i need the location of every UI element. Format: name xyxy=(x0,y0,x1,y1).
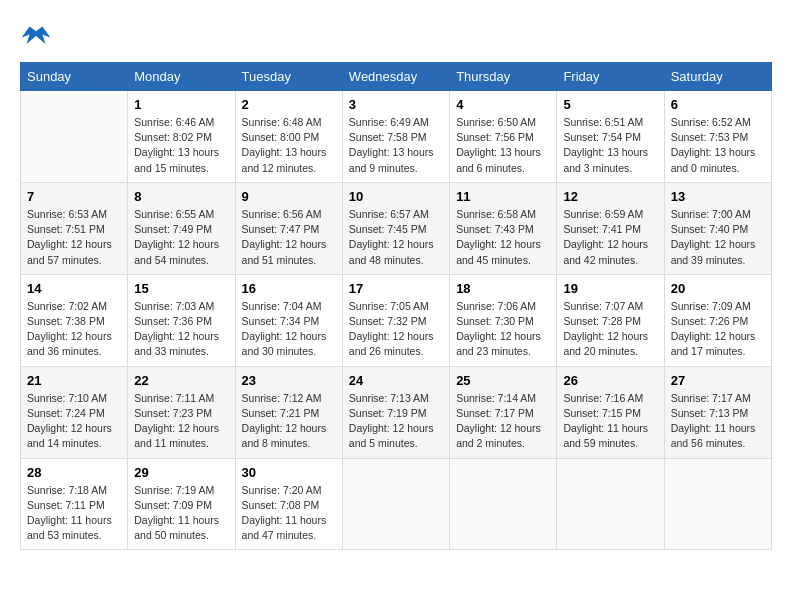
day-number: 22 xyxy=(134,373,228,388)
page-header xyxy=(20,20,772,52)
day-number: 25 xyxy=(456,373,550,388)
day-info: Sunrise: 7:07 AMSunset: 7:28 PMDaylight:… xyxy=(563,299,657,360)
calendar-day-cell: 2Sunrise: 6:48 AMSunset: 8:00 PMDaylight… xyxy=(235,91,342,183)
day-number: 3 xyxy=(349,97,443,112)
day-number: 2 xyxy=(242,97,336,112)
calendar-table: SundayMondayTuesdayWednesdayThursdayFrid… xyxy=(20,62,772,550)
day-number: 17 xyxy=(349,281,443,296)
calendar-day-cell: 13Sunrise: 7:00 AMSunset: 7:40 PMDayligh… xyxy=(664,182,771,274)
calendar-day-cell: 22Sunrise: 7:11 AMSunset: 7:23 PMDayligh… xyxy=(128,366,235,458)
calendar-week-row: 21Sunrise: 7:10 AMSunset: 7:24 PMDayligh… xyxy=(21,366,772,458)
day-info: Sunrise: 6:46 AMSunset: 8:02 PMDaylight:… xyxy=(134,115,228,176)
day-info: Sunrise: 7:18 AMSunset: 7:11 PMDaylight:… xyxy=(27,483,121,544)
day-info: Sunrise: 7:03 AMSunset: 7:36 PMDaylight:… xyxy=(134,299,228,360)
day-info: Sunrise: 7:17 AMSunset: 7:13 PMDaylight:… xyxy=(671,391,765,452)
calendar-day-cell: 17Sunrise: 7:05 AMSunset: 7:32 PMDayligh… xyxy=(342,274,449,366)
calendar-day-cell xyxy=(21,91,128,183)
calendar-week-row: 1Sunrise: 6:46 AMSunset: 8:02 PMDaylight… xyxy=(21,91,772,183)
calendar-day-cell: 6Sunrise: 6:52 AMSunset: 7:53 PMDaylight… xyxy=(664,91,771,183)
day-number: 21 xyxy=(27,373,121,388)
day-info: Sunrise: 6:57 AMSunset: 7:45 PMDaylight:… xyxy=(349,207,443,268)
calendar-day-cell: 4Sunrise: 6:50 AMSunset: 7:56 PMDaylight… xyxy=(450,91,557,183)
day-info: Sunrise: 7:10 AMSunset: 7:24 PMDaylight:… xyxy=(27,391,121,452)
day-info: Sunrise: 7:11 AMSunset: 7:23 PMDaylight:… xyxy=(134,391,228,452)
day-info: Sunrise: 6:51 AMSunset: 7:54 PMDaylight:… xyxy=(563,115,657,176)
weekday-header: Friday xyxy=(557,63,664,91)
calendar-day-cell xyxy=(557,458,664,550)
day-number: 18 xyxy=(456,281,550,296)
weekday-header: Monday xyxy=(128,63,235,91)
calendar-day-cell: 25Sunrise: 7:14 AMSunset: 7:17 PMDayligh… xyxy=(450,366,557,458)
day-info: Sunrise: 7:14 AMSunset: 7:17 PMDaylight:… xyxy=(456,391,550,452)
day-info: Sunrise: 6:49 AMSunset: 7:58 PMDaylight:… xyxy=(349,115,443,176)
calendar-week-row: 28Sunrise: 7:18 AMSunset: 7:11 PMDayligh… xyxy=(21,458,772,550)
calendar-day-cell: 3Sunrise: 6:49 AMSunset: 7:58 PMDaylight… xyxy=(342,91,449,183)
day-number: 26 xyxy=(563,373,657,388)
calendar-week-row: 14Sunrise: 7:02 AMSunset: 7:38 PMDayligh… xyxy=(21,274,772,366)
day-number: 1 xyxy=(134,97,228,112)
calendar-day-cell: 19Sunrise: 7:07 AMSunset: 7:28 PMDayligh… xyxy=(557,274,664,366)
day-number: 19 xyxy=(563,281,657,296)
calendar-day-cell xyxy=(664,458,771,550)
logo-icon xyxy=(20,20,52,52)
calendar-week-row: 7Sunrise: 6:53 AMSunset: 7:51 PMDaylight… xyxy=(21,182,772,274)
day-info: Sunrise: 6:50 AMSunset: 7:56 PMDaylight:… xyxy=(456,115,550,176)
weekday-header: Wednesday xyxy=(342,63,449,91)
day-number: 24 xyxy=(349,373,443,388)
weekday-header-row: SundayMondayTuesdayWednesdayThursdayFrid… xyxy=(21,63,772,91)
calendar-day-cell: 26Sunrise: 7:16 AMSunset: 7:15 PMDayligh… xyxy=(557,366,664,458)
day-info: Sunrise: 6:52 AMSunset: 7:53 PMDaylight:… xyxy=(671,115,765,176)
day-info: Sunrise: 6:58 AMSunset: 7:43 PMDaylight:… xyxy=(456,207,550,268)
day-number: 5 xyxy=(563,97,657,112)
day-number: 14 xyxy=(27,281,121,296)
day-info: Sunrise: 7:09 AMSunset: 7:26 PMDaylight:… xyxy=(671,299,765,360)
day-info: Sunrise: 6:59 AMSunset: 7:41 PMDaylight:… xyxy=(563,207,657,268)
day-number: 7 xyxy=(27,189,121,204)
calendar-day-cell: 14Sunrise: 7:02 AMSunset: 7:38 PMDayligh… xyxy=(21,274,128,366)
calendar-day-cell: 20Sunrise: 7:09 AMSunset: 7:26 PMDayligh… xyxy=(664,274,771,366)
day-number: 29 xyxy=(134,465,228,480)
calendar-header: SundayMondayTuesdayWednesdayThursdayFrid… xyxy=(21,63,772,91)
calendar-body: 1Sunrise: 6:46 AMSunset: 8:02 PMDaylight… xyxy=(21,91,772,550)
svg-marker-0 xyxy=(22,26,51,44)
day-number: 10 xyxy=(349,189,443,204)
calendar-day-cell: 15Sunrise: 7:03 AMSunset: 7:36 PMDayligh… xyxy=(128,274,235,366)
day-number: 30 xyxy=(242,465,336,480)
day-info: Sunrise: 7:13 AMSunset: 7:19 PMDaylight:… xyxy=(349,391,443,452)
day-number: 8 xyxy=(134,189,228,204)
day-number: 4 xyxy=(456,97,550,112)
calendar-day-cell: 9Sunrise: 6:56 AMSunset: 7:47 PMDaylight… xyxy=(235,182,342,274)
weekday-header: Saturday xyxy=(664,63,771,91)
day-number: 15 xyxy=(134,281,228,296)
day-info: Sunrise: 7:00 AMSunset: 7:40 PMDaylight:… xyxy=(671,207,765,268)
calendar-day-cell: 29Sunrise: 7:19 AMSunset: 7:09 PMDayligh… xyxy=(128,458,235,550)
calendar-day-cell: 18Sunrise: 7:06 AMSunset: 7:30 PMDayligh… xyxy=(450,274,557,366)
day-info: Sunrise: 6:56 AMSunset: 7:47 PMDaylight:… xyxy=(242,207,336,268)
day-number: 13 xyxy=(671,189,765,204)
calendar-day-cell: 28Sunrise: 7:18 AMSunset: 7:11 PMDayligh… xyxy=(21,458,128,550)
day-info: Sunrise: 7:06 AMSunset: 7:30 PMDaylight:… xyxy=(456,299,550,360)
day-info: Sunrise: 7:02 AMSunset: 7:38 PMDaylight:… xyxy=(27,299,121,360)
day-info: Sunrise: 6:53 AMSunset: 7:51 PMDaylight:… xyxy=(27,207,121,268)
calendar-day-cell: 24Sunrise: 7:13 AMSunset: 7:19 PMDayligh… xyxy=(342,366,449,458)
day-info: Sunrise: 7:12 AMSunset: 7:21 PMDaylight:… xyxy=(242,391,336,452)
day-number: 27 xyxy=(671,373,765,388)
day-info: Sunrise: 7:20 AMSunset: 7:08 PMDaylight:… xyxy=(242,483,336,544)
day-info: Sunrise: 7:04 AMSunset: 7:34 PMDaylight:… xyxy=(242,299,336,360)
day-number: 6 xyxy=(671,97,765,112)
calendar-day-cell: 7Sunrise: 6:53 AMSunset: 7:51 PMDaylight… xyxy=(21,182,128,274)
day-number: 9 xyxy=(242,189,336,204)
weekday-header: Thursday xyxy=(450,63,557,91)
day-info: Sunrise: 7:16 AMSunset: 7:15 PMDaylight:… xyxy=(563,391,657,452)
calendar-day-cell: 12Sunrise: 6:59 AMSunset: 7:41 PMDayligh… xyxy=(557,182,664,274)
day-info: Sunrise: 7:19 AMSunset: 7:09 PMDaylight:… xyxy=(134,483,228,544)
calendar-day-cell: 10Sunrise: 6:57 AMSunset: 7:45 PMDayligh… xyxy=(342,182,449,274)
calendar-day-cell: 30Sunrise: 7:20 AMSunset: 7:08 PMDayligh… xyxy=(235,458,342,550)
day-number: 28 xyxy=(27,465,121,480)
calendar-day-cell: 16Sunrise: 7:04 AMSunset: 7:34 PMDayligh… xyxy=(235,274,342,366)
logo xyxy=(20,20,56,52)
weekday-header: Tuesday xyxy=(235,63,342,91)
calendar-day-cell: 23Sunrise: 7:12 AMSunset: 7:21 PMDayligh… xyxy=(235,366,342,458)
calendar-day-cell: 8Sunrise: 6:55 AMSunset: 7:49 PMDaylight… xyxy=(128,182,235,274)
calendar-day-cell xyxy=(342,458,449,550)
